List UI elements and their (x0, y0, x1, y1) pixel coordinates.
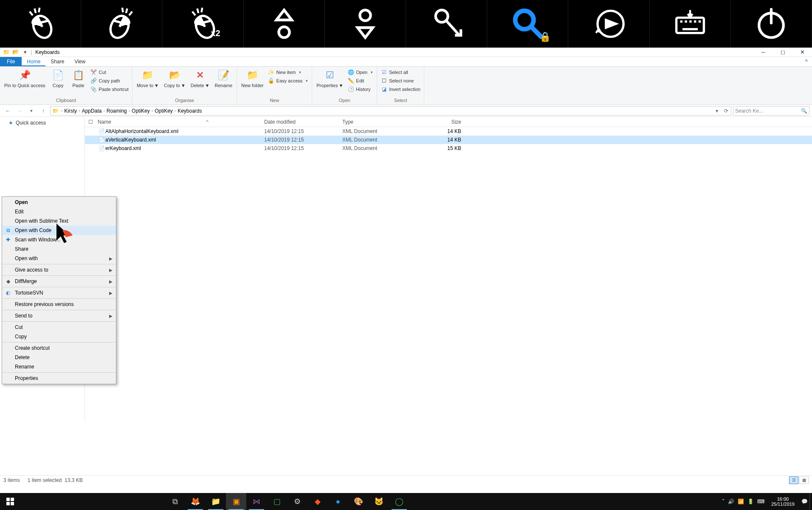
optikey-keyboard-icon[interactable] (650, 0, 731, 48)
taskbar-optikey[interactable]: ◯ (389, 493, 409, 510)
optikey-double-click-icon[interactable]: x2 (162, 0, 243, 48)
paste-button[interactable]: 📋 Paste (69, 68, 88, 89)
refresh-button[interactable]: ⟳ (722, 108, 731, 114)
taskbar-sublime[interactable]: ▣ (226, 493, 246, 510)
properties-button[interactable]: ☑Properties▼ (315, 68, 345, 89)
taskbar-firefox[interactable]: 🦊 (185, 493, 206, 510)
ribbon-expand-icon[interactable]: ^ (801, 57, 812, 66)
address-dropdown[interactable]: ▾ (712, 108, 722, 114)
col-type[interactable]: Type (342, 119, 419, 125)
context-item[interactable]: Delete (2, 353, 116, 362)
tray-battery-icon[interactable]: 🔋 (747, 499, 754, 504)
tab-share[interactable]: Share (45, 57, 69, 66)
copy-to-button[interactable]: 📂Copy to▼ (162, 68, 187, 89)
close-button[interactable]: ✕ (792, 48, 812, 57)
taskbar-clock[interactable]: 16:00 25/11/2019 (768, 496, 798, 507)
context-item[interactable]: Edit (2, 207, 116, 216)
tray-network-icon[interactable]: 📶 (738, 499, 744, 504)
optikey-left-click-icon[interactable] (0, 0, 81, 48)
forward-button[interactable]: → (14, 106, 25, 116)
context-item[interactable]: Rename (2, 362, 116, 371)
context-item[interactable]: ✚Scan with Window... (2, 235, 116, 244)
taskbar-explorer[interactable]: 📁 (206, 493, 226, 510)
new-folder-button[interactable]: 📁New folder (240, 68, 265, 89)
optikey-zoom-in-icon[interactable]: 🔒 (487, 0, 568, 48)
col-size[interactable]: Size (419, 119, 465, 125)
optikey-right-click-icon[interactable] (81, 0, 162, 48)
edit-button[interactable]: ✏️Edit (347, 77, 374, 85)
optikey-zoom-out-icon[interactable] (406, 0, 487, 48)
tab-view[interactable]: View (69, 57, 90, 66)
context-item[interactable]: Open with▶ (2, 254, 116, 263)
breadcrumb[interactable]: 📁 › Kirsty› AppData› Roaming› OptiKey› O… (50, 106, 731, 116)
context-item[interactable]: Restore previous versions (2, 300, 116, 309)
rename-button[interactable]: 📝Rename (213, 68, 234, 89)
task-view-button[interactable]: ⧉ (165, 493, 185, 510)
maximize-button[interactable]: ◻ (773, 48, 792, 57)
recent-dropdown[interactable]: ▼ (26, 106, 37, 116)
qat-dropdown-icon[interactable]: ▾ (20, 48, 30, 57)
history-button[interactable]: 🕑History (347, 85, 374, 93)
system-tray[interactable]: ˄ 🔊 📶 🔋 ⌨ 16:00 25/11/2019 💬 (722, 496, 809, 507)
optikey-scroll-up-icon[interactable] (244, 0, 325, 48)
folder-icon[interactable]: 📁 (2, 48, 11, 57)
minimize-button[interactable]: ─ (753, 48, 773, 57)
taskbar-settings[interactable]: ⚙ (287, 493, 307, 510)
taskbar-app-diamond[interactable]: ◆ (307, 493, 328, 510)
open-button[interactable]: 🌐Open▼ (347, 68, 374, 76)
select-all-checkbox[interactable]: ☐ (88, 119, 98, 125)
context-item[interactable]: Send to▶ (2, 311, 116, 320)
copy-path-button[interactable]: 🔗Copy path (90, 77, 130, 85)
details-view-button[interactable]: ☰ (789, 476, 798, 484)
col-date[interactable]: Date modified (264, 119, 342, 125)
icons-view-button[interactable]: ▦ (799, 476, 809, 484)
taskbar-visual-studio[interactable]: ⋈ (246, 493, 267, 510)
tray-chevron-icon[interactable]: ˄ (722, 499, 725, 504)
pin-quick-access-button[interactable]: 📌 Pin to Quick access (3, 68, 47, 89)
select-all-button[interactable]: ☑Select all (380, 68, 421, 76)
invert-selection-button[interactable]: ◪Invert selection (380, 85, 421, 93)
paste-shortcut-button[interactable]: 📎Paste shortcut (90, 85, 130, 93)
new-item-button[interactable]: ✨New item▼ (267, 68, 310, 76)
context-item[interactable]: Properties (2, 374, 116, 383)
context-item[interactable]: ◆DiffMerge▶ (2, 277, 116, 286)
optikey-scroll-down-icon[interactable] (325, 0, 406, 48)
show-desktop-button[interactable] (809, 493, 812, 510)
optikey-power-icon[interactable] (731, 0, 812, 48)
move-to-button[interactable]: 📁Move to▼ (135, 68, 161, 89)
up-button[interactable]: ↑ (38, 106, 48, 116)
context-item[interactable]: Share (2, 244, 116, 254)
optikey-repeat-icon[interactable] (568, 0, 649, 48)
tab-file[interactable]: File (0, 57, 22, 66)
context-item[interactable]: Cut (2, 323, 116, 332)
file-row[interactable]: 📄AltAlphaHorizontalKeyboard.xml14/10/201… (85, 127, 812, 136)
context-item[interactable]: Open with Sublime Text (2, 216, 116, 226)
context-item[interactable]: ◐TortoiseSVN▶ (2, 288, 116, 298)
tray-volume-icon[interactable]: 🔊 (728, 499, 734, 504)
taskbar-app-green[interactable]: ▢ (267, 493, 287, 510)
tray-input-icon[interactable]: ⌨ (757, 499, 764, 504)
search-input[interactable]: Search Ke... 🔍 (733, 106, 809, 116)
context-item[interactable]: Open (2, 198, 116, 207)
taskbar-app-palette[interactable]: 🎨 (348, 493, 369, 510)
start-button[interactable] (0, 493, 20, 510)
copy-button[interactable]: 📄 Copy (49, 68, 68, 89)
back-button[interactable]: ← (3, 106, 13, 116)
taskbar-app-blue-circle[interactable]: ● (328, 493, 348, 510)
file-row[interactable]: 📄aVerticalKeyboard.xml14/10/2019 12:15XM… (85, 136, 812, 144)
notifications-button[interactable]: 💬 (801, 499, 808, 504)
sidebar-item-quick-access[interactable]: ★ Quick access (0, 119, 85, 127)
qat-folder-icon[interactable]: 📂 (11, 48, 20, 57)
file-row[interactable]: 📄erKeyboard.xml14/10/2019 12:15XML Docum… (85, 144, 812, 153)
context-item[interactable]: Create shortcut (2, 343, 116, 353)
col-name[interactable]: Name ^ (98, 119, 264, 125)
context-item[interactable]: Give access to▶ (2, 265, 116, 275)
taskbar-app-cat[interactable]: 🐱 (369, 493, 389, 510)
context-item[interactable]: Copy (2, 332, 116, 341)
easy-access-button[interactable]: 🔓Easy access▼ (267, 77, 310, 85)
delete-button[interactable]: ✕Delete▼ (189, 68, 211, 89)
context-item[interactable]: ⧉Open with Code (2, 226, 116, 235)
select-none-button[interactable]: ☐Select none (380, 77, 421, 85)
tab-home[interactable]: Home (22, 57, 45, 66)
cut-button[interactable]: ✂️Cut (90, 68, 130, 76)
